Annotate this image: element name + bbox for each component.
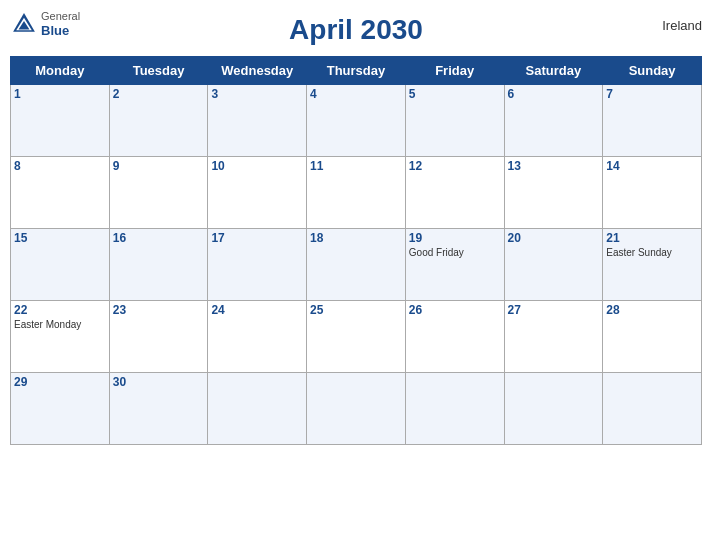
calendar-week-row: 22Easter Monday232425262728 bbox=[11, 301, 702, 373]
calendar-week-row: 1516171819Good Friday2021Easter Sunday bbox=[11, 229, 702, 301]
calendar-day-cell: 10 bbox=[208, 157, 307, 229]
weekday-header-row: Monday Tuesday Wednesday Thursday Friday… bbox=[11, 57, 702, 85]
day-number: 21 bbox=[606, 231, 698, 245]
calendar-day-cell: 14 bbox=[603, 157, 702, 229]
calendar-day-cell: 7 bbox=[603, 85, 702, 157]
calendar-day-cell: 24 bbox=[208, 301, 307, 373]
calendar-week-row: 1234567 bbox=[11, 85, 702, 157]
day-number: 8 bbox=[14, 159, 106, 173]
header-wednesday: Wednesday bbox=[208, 57, 307, 85]
day-number: 24 bbox=[211, 303, 303, 317]
calendar-day-cell: 25 bbox=[307, 301, 406, 373]
header-saturday: Saturday bbox=[504, 57, 603, 85]
day-number: 25 bbox=[310, 303, 402, 317]
day-number: 9 bbox=[113, 159, 205, 173]
generalblue-logo-icon bbox=[10, 10, 38, 38]
day-number: 29 bbox=[14, 375, 106, 389]
day-number: 4 bbox=[310, 87, 402, 101]
header-friday: Friday bbox=[405, 57, 504, 85]
day-number: 13 bbox=[508, 159, 600, 173]
calendar-day-cell: 1 bbox=[11, 85, 110, 157]
calendar-week-row: 891011121314 bbox=[11, 157, 702, 229]
calendar-day-cell: 21Easter Sunday bbox=[603, 229, 702, 301]
logo-blue-text: Blue bbox=[41, 23, 80, 39]
calendar-day-cell: 30 bbox=[109, 373, 208, 445]
day-number: 19 bbox=[409, 231, 501, 245]
calendar-body: 12345678910111213141516171819Good Friday… bbox=[11, 85, 702, 445]
day-number: 27 bbox=[508, 303, 600, 317]
day-number: 20 bbox=[508, 231, 600, 245]
header-tuesday: Tuesday bbox=[109, 57, 208, 85]
calendar-day-cell: 27 bbox=[504, 301, 603, 373]
calendar-day-cell: 16 bbox=[109, 229, 208, 301]
day-number: 23 bbox=[113, 303, 205, 317]
day-number: 14 bbox=[606, 159, 698, 173]
calendar-day-cell: 17 bbox=[208, 229, 307, 301]
calendar-thead: Monday Tuesday Wednesday Thursday Friday… bbox=[11, 57, 702, 85]
calendar-day-cell: 20 bbox=[504, 229, 603, 301]
day-number: 16 bbox=[113, 231, 205, 245]
calendar-day-cell: 3 bbox=[208, 85, 307, 157]
day-number: 28 bbox=[606, 303, 698, 317]
calendar-header: General Blue April 2030 Ireland bbox=[10, 10, 702, 50]
day-number: 1 bbox=[14, 87, 106, 101]
calendar-day-cell: 8 bbox=[11, 157, 110, 229]
calendar-day-cell bbox=[208, 373, 307, 445]
calendar-day-cell: 5 bbox=[405, 85, 504, 157]
calendar-day-cell: 22Easter Monday bbox=[11, 301, 110, 373]
calendar-day-cell: 19Good Friday bbox=[405, 229, 504, 301]
calendar-day-cell: 26 bbox=[405, 301, 504, 373]
header-monday: Monday bbox=[11, 57, 110, 85]
calendar-container: General Blue April 2030 Ireland Monday T… bbox=[10, 10, 702, 445]
day-number: 2 bbox=[113, 87, 205, 101]
calendar-day-cell: 4 bbox=[307, 85, 406, 157]
calendar-day-cell: 28 bbox=[603, 301, 702, 373]
calendar-day-cell: 6 bbox=[504, 85, 603, 157]
calendar-day-cell: 23 bbox=[109, 301, 208, 373]
header-sunday: Sunday bbox=[603, 57, 702, 85]
calendar-day-cell bbox=[405, 373, 504, 445]
calendar-day-cell: 29 bbox=[11, 373, 110, 445]
day-number: 11 bbox=[310, 159, 402, 173]
calendar-week-row: 2930 bbox=[11, 373, 702, 445]
calendar-day-cell: 18 bbox=[307, 229, 406, 301]
logo-general-text: General bbox=[41, 10, 80, 23]
day-number: 26 bbox=[409, 303, 501, 317]
day-event: Good Friday bbox=[409, 247, 501, 258]
day-number: 12 bbox=[409, 159, 501, 173]
day-number: 22 bbox=[14, 303, 106, 317]
day-event: Easter Monday bbox=[14, 319, 106, 330]
country-label: Ireland bbox=[662, 18, 702, 33]
day-number: 17 bbox=[211, 231, 303, 245]
calendar-day-cell bbox=[307, 373, 406, 445]
day-event: Easter Sunday bbox=[606, 247, 698, 258]
day-number: 18 bbox=[310, 231, 402, 245]
logo-text: General Blue bbox=[41, 10, 80, 39]
calendar-day-cell: 15 bbox=[11, 229, 110, 301]
header-thursday: Thursday bbox=[307, 57, 406, 85]
calendar-day-cell: 2 bbox=[109, 85, 208, 157]
logo-area: General Blue bbox=[10, 10, 80, 39]
day-number: 7 bbox=[606, 87, 698, 101]
calendar-title: April 2030 bbox=[289, 14, 423, 46]
day-number: 6 bbox=[508, 87, 600, 101]
calendar-day-cell: 13 bbox=[504, 157, 603, 229]
calendar-table: Monday Tuesday Wednesday Thursday Friday… bbox=[10, 56, 702, 445]
day-number: 10 bbox=[211, 159, 303, 173]
day-number: 15 bbox=[14, 231, 106, 245]
calendar-day-cell: 12 bbox=[405, 157, 504, 229]
day-number: 5 bbox=[409, 87, 501, 101]
calendar-day-cell bbox=[603, 373, 702, 445]
day-number: 30 bbox=[113, 375, 205, 389]
calendar-day-cell: 9 bbox=[109, 157, 208, 229]
calendar-day-cell bbox=[504, 373, 603, 445]
day-number: 3 bbox=[211, 87, 303, 101]
calendar-day-cell: 11 bbox=[307, 157, 406, 229]
